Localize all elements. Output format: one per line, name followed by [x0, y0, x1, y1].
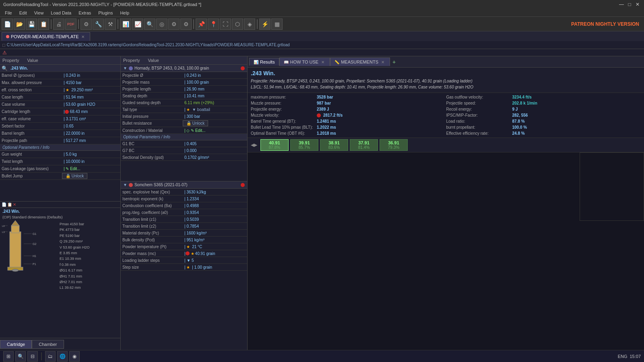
toolbar-btn3[interactable]: ⚙ [80, 19, 92, 30]
left-panel-header: Property Value [0, 56, 120, 65]
stats-grid: maximum pressure: 3528 bar Gas outflow v… [248, 93, 644, 138]
mid-projectile-mass: Projectile mass | 100.00 grain [121, 79, 247, 86]
powder-load-bar: ◀ ▶ 40.91 87.8% 39.91 85.7% 38.91 83.6% … [248, 138, 644, 152]
powder-item-2[interactable]: 39.91 85.7% [290, 139, 318, 151]
close-button[interactable]: ✕ [634, 1, 641, 8]
app-button[interactable]: ◉ [69, 351, 80, 362]
start-button[interactable]: ⊞ [3, 351, 14, 362]
caliber-row[interactable]: 🔍 .243 Win. [0, 65, 120, 72]
svg-text:P1: P1 [33, 263, 36, 265]
collapse-icon[interactable]: ▼ [123, 66, 127, 70]
diagram-export-icon[interactable]: 📄 [2, 202, 6, 207]
menu-plugins[interactable]: Plugins [95, 10, 116, 16]
clock-display: 15:07 [630, 354, 641, 359]
toolbar-btn14[interactable]: ⛶ [220, 19, 231, 30]
menu-view[interactable]: View [31, 10, 47, 16]
stat-muzzle-velocity: Muzzle velocity: 2817.2 ft/s [251, 113, 446, 118]
menu-extras[interactable]: Extras [75, 10, 94, 16]
tab-powder-measure[interactable]: POWDER-MEASURE-TEMPLATE ✕ [2, 32, 90, 41]
toolbar-btn17[interactable]: ⚡ [259, 19, 270, 30]
powder-mass-red-dot [186, 251, 190, 255]
svg-text:G2: G2 [33, 243, 36, 245]
toolbar-btn8[interactable]: 🔍 [144, 19, 155, 30]
toolbar-sep4 [193, 19, 194, 29]
toolbar-btn5[interactable]: ⚒ [105, 19, 116, 30]
bullet-red-dot [241, 66, 245, 70]
toolbar-btn16[interactable]: ◈ [244, 19, 255, 30]
tab-close-button[interactable]: ✕ [80, 34, 86, 39]
powder-item-5[interactable]: 36.91 79.3% [380, 139, 408, 151]
prop-twist-length: Twist length | 10.0000 in [0, 158, 120, 165]
chamber-tab[interactable]: Chamber [32, 340, 64, 349]
add-tab-button[interactable]: + [390, 58, 398, 66]
task-view-button[interactable]: ⊟ [27, 351, 38, 362]
caliber-icon: 🔍 [2, 66, 8, 71]
diagram-tab-controls: 📄 📋 ✕ [0, 202, 120, 208]
powder-item-1[interactable]: 40.91 87.8% [260, 139, 289, 151]
diagram-title: .243 Win. [0, 208, 120, 215]
toolbar-print[interactable]: 🖨 [53, 19, 64, 30]
toolbar-btn13[interactable]: 📍 [208, 19, 219, 30]
powder-bar-collapse[interactable]: ◀ [251, 142, 254, 148]
powder-collapse-icon[interactable]: ▼ [123, 183, 127, 187]
powder-bar-expand[interactable]: ▶ [254, 142, 257, 148]
diagram-close-icon[interactable]: ✕ [13, 202, 16, 207]
toolbar-btn12[interactable]: 📌 [196, 19, 207, 30]
menu-load-data[interactable]: Load Data [47, 10, 74, 16]
how-to-use-tab[interactable]: 📖 HOW TO USE ✕ [279, 58, 330, 66]
toolbar-btn9[interactable]: ◎ [156, 19, 167, 30]
menu-file[interactable]: File [2, 10, 15, 16]
minimize-button[interactable]: — [618, 1, 625, 8]
chart-area [248, 152, 644, 350]
mid-pc: Material density (Pc) | 1600 kg/m³ [121, 230, 247, 237]
powder-item-3[interactable]: 38.91 83.6% [320, 139, 348, 151]
stat-recoil-energy: Recoil energy: 9 J [446, 107, 641, 112]
toolbar-btn10[interactable]: ⚙ [168, 19, 180, 30]
search-button[interactable]: 🔍 [15, 351, 26, 362]
mid-step-size: Step size | ★ | 1.00 grain [121, 264, 247, 271]
toolbar-pdf[interactable]: PDF [65, 19, 76, 30]
diagram-copy-icon[interactable]: 📋 [7, 202, 12, 207]
toolbar-btn4[interactable]: 🔧 [93, 19, 104, 30]
toolbar-btn18[interactable]: ▦ [271, 19, 283, 30]
powder-section-title: ▼ Somchem S365 (2021-01-07) [123, 183, 188, 187]
powder-section-header[interactable]: ▼ Somchem S365 (2021-01-07) [121, 181, 247, 189]
bullet-resistance-unlock-button[interactable]: 🔒 Unlock [183, 120, 208, 126]
file-path: C:\Users\User\AppData\Local\Temp\Rar$EXa… [7, 43, 290, 47]
menu-help[interactable]: Help [117, 10, 132, 16]
toolbar-btn11[interactable]: ⚙ [180, 19, 192, 30]
toolbar-btn15[interactable]: ⬡ [232, 19, 243, 30]
stat-muzzle-pressure: Muzzle pressure: 987 bar [251, 101, 446, 106]
mid-g7bc: G7 BC | 0.000 [121, 147, 247, 154]
results-tab[interactable]: 📊 Results [249, 58, 279, 66]
tail-dropdown[interactable]: ▼ boattail [192, 107, 210, 112]
toolbar-btn6[interactable]: 📊 [120, 19, 131, 30]
measurements-icon: 📏 [334, 60, 339, 64]
file-explorer-button[interactable]: 🗂 [45, 351, 56, 362]
prop-case-length: Case length | 51.94 mm [0, 94, 120, 101]
mid-panel-header: Property Value [121, 56, 247, 65]
toolbar-open[interactable]: 📂 [14, 19, 25, 30]
toolbar-new[interactable]: 📄 [2, 19, 13, 30]
powder-item-4[interactable]: 37.91 81.4% [350, 139, 378, 151]
how-to-close[interactable]: ✕ [320, 59, 326, 65]
toolbar-btn7[interactable]: 📈 [132, 19, 143, 30]
browser-button[interactable]: 🌐 [57, 351, 68, 362]
menubar: File Edit View Load Data Extras Plugins … [0, 9, 644, 17]
mid-construction[interactable]: Construction / Material | ◇ ✎ Edit... [121, 127, 247, 134]
maximize-button[interactable]: □ [626, 1, 633, 8]
diagram-values: Pmax 4150 bar PK 4773 bar PE 5190 bar Q … [58, 220, 91, 280]
results-icon: 📊 [254, 60, 258, 64]
toolbar-sep1 [51, 19, 52, 29]
measurements-tab[interactable]: 📏 MEASUREMENTS ✕ [330, 58, 390, 66]
results-info: .243 Win. Projectile: Hornady, BTSP 2453… [248, 68, 644, 93]
measurements-close[interactable]: ✕ [380, 59, 386, 65]
toolbar-save[interactable]: 💾 [26, 19, 37, 30]
bullet-section-header[interactable]: ▼ Hornady, BTSP 2453, 0.243, 100.00 grai… [121, 65, 247, 72]
cartridge-tab[interactable]: Cartridge [0, 340, 32, 349]
window-controls[interactable]: — □ ✕ [618, 1, 641, 8]
mid-tail-type[interactable]: Tail type | ★ ▼ boattail [121, 106, 247, 113]
menu-edit[interactable]: Edit [16, 10, 30, 16]
toolbar-saveas[interactable]: 📋 [38, 19, 49, 30]
bullet-jump-unlock-button[interactable]: 🔒 Unlock [62, 173, 87, 179]
